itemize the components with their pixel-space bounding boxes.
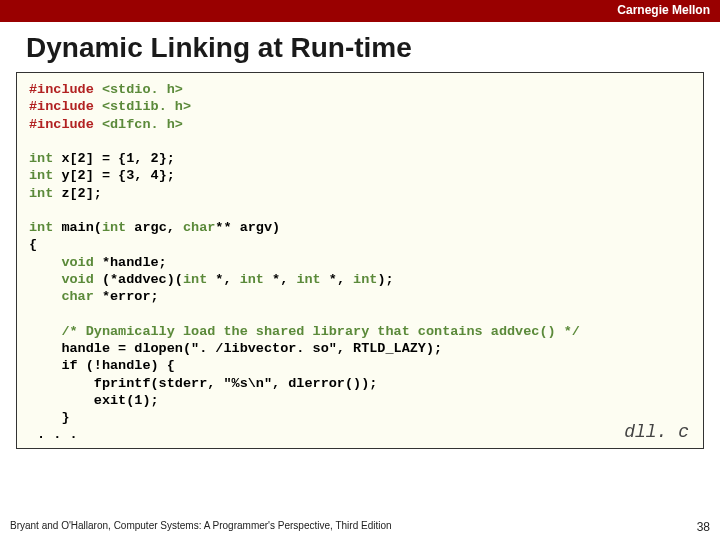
- kw-include: #include: [29, 117, 94, 132]
- code-text: *error;: [94, 289, 159, 304]
- code-text: *,: [207, 272, 239, 287]
- indent: [29, 289, 61, 304]
- code-text: exit(1);: [29, 393, 159, 408]
- university-label: Carnegie Mellon: [617, 3, 710, 17]
- hdr: <stdlib. h>: [102, 99, 191, 114]
- code-text: fprintf(stderr, "%s\n", dlerror());: [29, 376, 377, 391]
- kw-int: int: [353, 272, 377, 287]
- code-text: main(: [53, 220, 102, 235]
- kw-char: char: [183, 220, 215, 235]
- code-text: *,: [264, 272, 296, 287]
- kw-int: int: [29, 220, 53, 235]
- footer: Bryant and O'Hallaron, Computer Systems:…: [10, 520, 710, 534]
- kw-void: void: [61, 272, 93, 287]
- kw-void: void: [61, 255, 93, 270]
- kw-int: int: [29, 186, 53, 201]
- code-block: #include <stdio. h> #include <stdlib. h>…: [16, 72, 704, 449]
- indent: [29, 272, 61, 287]
- page-number: 38: [697, 520, 710, 534]
- code-text: *handle;: [94, 255, 167, 270]
- code-text: argc,: [126, 220, 183, 235]
- kw-int: int: [240, 272, 264, 287]
- comment: /* Dynamically load the shared library t…: [61, 324, 579, 339]
- code-text: z[2];: [53, 186, 102, 201]
- code-text: handle = dlopen(". /libvector. so", RTLD…: [29, 341, 442, 356]
- hdr: <dlfcn. h>: [102, 117, 183, 132]
- header-bar: Carnegie Mellon: [0, 0, 720, 22]
- footer-citation: Bryant and O'Hallaron, Computer Systems:…: [10, 520, 392, 534]
- code-listing: #include <stdio. h> #include <stdlib. h>…: [29, 81, 691, 444]
- kw-char: char: [61, 289, 93, 304]
- kw-int: int: [29, 151, 53, 166]
- kw-include: #include: [29, 82, 94, 97]
- code-text: if (!handle) {: [29, 358, 175, 373]
- hdr: <stdio. h>: [102, 82, 183, 97]
- code-text: x[2] = {1, 2};: [53, 151, 175, 166]
- code-text: );: [377, 272, 393, 287]
- code-text: }: [29, 410, 70, 425]
- code-text: ** argv): [215, 220, 280, 235]
- indent: [29, 324, 61, 339]
- kw-int: int: [296, 272, 320, 287]
- code-text: *,: [321, 272, 353, 287]
- kw-include: #include: [29, 99, 94, 114]
- kw-int: int: [183, 272, 207, 287]
- code-text: (*addvec)(: [94, 272, 183, 287]
- code-text: y[2] = {3, 4};: [53, 168, 175, 183]
- code-text: {: [29, 237, 37, 252]
- indent: [29, 255, 61, 270]
- filename-label: dll. c: [624, 422, 689, 442]
- kw-int: int: [102, 220, 126, 235]
- code-text: . . .: [29, 427, 78, 442]
- kw-int: int: [29, 168, 53, 183]
- slide-title: Dynamic Linking at Run-time: [0, 22, 720, 72]
